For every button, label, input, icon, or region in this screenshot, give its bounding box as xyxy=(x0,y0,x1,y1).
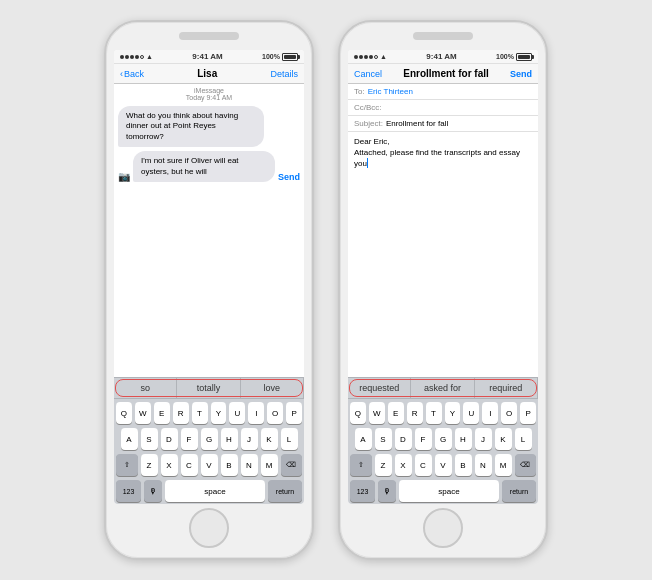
key-row-1: Q W E R T Y U I O P xyxy=(116,402,302,424)
key-s[interactable]: S xyxy=(141,428,158,450)
dot4 xyxy=(135,55,139,59)
key-n[interactable]: N xyxy=(241,454,258,476)
imessage-nav: ‹ Back Lisa Details xyxy=(114,64,304,84)
key-i-2[interactable]: I xyxy=(482,402,498,424)
mail-body[interactable]: Dear Eric,Attached, please find the tran… xyxy=(348,132,538,377)
key-row-2: A S D F G H J K L xyxy=(116,428,302,450)
shift-key-2[interactable]: ⇧ xyxy=(350,454,372,476)
key-x-2[interactable]: X xyxy=(395,454,412,476)
space-key-2[interactable]: space xyxy=(399,480,499,502)
dot3 xyxy=(130,55,134,59)
key-b-2[interactable]: B xyxy=(455,454,472,476)
wifi-icon: ▲ xyxy=(146,53,153,60)
delete-key-2[interactable]: ⌫ xyxy=(515,454,537,476)
key-m[interactable]: M xyxy=(261,454,278,476)
pred-item-2[interactable]: totally xyxy=(177,378,240,398)
typing-row: 📷 I'm not sure if Oliver will eat oyster… xyxy=(118,151,300,182)
send-button-1[interactable]: Send xyxy=(278,172,300,182)
key-e-2[interactable]: E xyxy=(388,402,404,424)
key-z-2[interactable]: Z xyxy=(375,454,392,476)
space-key-1[interactable]: space xyxy=(165,480,265,502)
num-key-1[interactable]: 123 xyxy=(116,480,141,502)
mic-key-2[interactable]: 🎙 xyxy=(378,480,396,502)
dot1-2 xyxy=(354,55,358,59)
key-k[interactable]: K xyxy=(261,428,278,450)
key-n-2[interactable]: N xyxy=(475,454,492,476)
key-s-2[interactable]: S xyxy=(375,428,392,450)
key-y-2[interactable]: Y xyxy=(445,402,461,424)
key-y[interactable]: Y xyxy=(211,402,227,424)
status-bar-2: ▲ 9:41 AM 100% xyxy=(348,50,538,64)
key-a-2[interactable]: A xyxy=(355,428,372,450)
key-t-2[interactable]: T xyxy=(426,402,442,424)
key-g[interactable]: G xyxy=(201,428,218,450)
key-l[interactable]: L xyxy=(281,428,298,450)
key-j-2[interactable]: J xyxy=(475,428,492,450)
typing-bubble[interactable]: I'm not sure if Oliver will eat oysters,… xyxy=(133,151,275,182)
key-j[interactable]: J xyxy=(241,428,258,450)
key-l-2[interactable]: L xyxy=(515,428,532,450)
key-o[interactable]: O xyxy=(267,402,283,424)
details-button[interactable]: Details xyxy=(270,69,298,79)
status-right-1: 100% xyxy=(262,53,298,61)
return-key-1[interactable]: return xyxy=(268,480,302,502)
key-v-2[interactable]: V xyxy=(435,454,452,476)
key-w[interactable]: W xyxy=(135,402,151,424)
key-c-2[interactable]: C xyxy=(415,454,432,476)
pred-item-5[interactable]: asked for xyxy=(411,378,474,398)
delete-key-1[interactable]: ⌫ xyxy=(281,454,303,476)
key-o-2[interactable]: O xyxy=(501,402,517,424)
mic-key-1[interactable]: 🎙 xyxy=(144,480,162,502)
back-button[interactable]: ‹ Back xyxy=(120,69,144,79)
to-field[interactable]: To: Eric Thirteen xyxy=(348,84,538,100)
key-v[interactable]: V xyxy=(201,454,218,476)
key-d[interactable]: D xyxy=(161,428,178,450)
key-g-2[interactable]: G xyxy=(435,428,452,450)
key-row-3: ⇧ Z X C V B N M ⌫ xyxy=(116,454,302,476)
send-button-2[interactable]: Send xyxy=(510,69,532,79)
key-k-2[interactable]: K xyxy=(495,428,512,450)
predictive-bar-2: requested asked for required xyxy=(348,377,538,399)
key-q[interactable]: Q xyxy=(116,402,132,424)
subject-field[interactable]: Subject: Enrollment for fall xyxy=(348,116,538,132)
key-z[interactable]: Z xyxy=(141,454,158,476)
key-d-2[interactable]: D xyxy=(395,428,412,450)
key-p[interactable]: P xyxy=(286,402,302,424)
pred-item-6[interactable]: required xyxy=(475,378,538,398)
key-c[interactable]: C xyxy=(181,454,198,476)
key-w-2[interactable]: W xyxy=(369,402,385,424)
key-h[interactable]: H xyxy=(221,428,238,450)
key-r-2[interactable]: R xyxy=(407,402,423,424)
pred-item-1[interactable]: so xyxy=(114,378,177,398)
pred-item-4[interactable]: requested xyxy=(348,378,411,398)
key-f-2[interactable]: F xyxy=(415,428,432,450)
key-e[interactable]: E xyxy=(154,402,170,424)
battery-fill-2 xyxy=(518,55,530,59)
key-a[interactable]: A xyxy=(121,428,138,450)
chevron-left-icon: ‹ xyxy=(120,69,123,79)
shift-key-1[interactable]: ⇧ xyxy=(116,454,138,476)
predictive-bar-1: so totally love xyxy=(114,377,304,399)
nav-title-1: Lisa xyxy=(197,68,217,79)
key-m-2[interactable]: M xyxy=(495,454,512,476)
camera-icon[interactable]: 📷 xyxy=(118,171,130,182)
status-bar-1: ▲ 9:41 AM 100% xyxy=(114,50,304,64)
key-f[interactable]: F xyxy=(181,428,198,450)
key-r[interactable]: R xyxy=(173,402,189,424)
key-p-2[interactable]: P xyxy=(520,402,536,424)
cc-field[interactable]: Cc/Bcc: xyxy=(348,100,538,116)
cancel-button[interactable]: Cancel xyxy=(354,69,382,79)
key-u-2[interactable]: U xyxy=(463,402,479,424)
key-u[interactable]: U xyxy=(229,402,245,424)
return-key-2[interactable]: return xyxy=(502,480,536,502)
key-q-2[interactable]: Q xyxy=(350,402,366,424)
pred-item-3[interactable]: love xyxy=(241,378,304,398)
mail-screen: ▲ 9:41 AM 100% Cancel Enrollment for fal… xyxy=(348,50,538,504)
battery-icon-2 xyxy=(516,53,532,61)
key-h-2[interactable]: H xyxy=(455,428,472,450)
key-t[interactable]: T xyxy=(192,402,208,424)
key-i[interactable]: I xyxy=(248,402,264,424)
key-x[interactable]: X xyxy=(161,454,178,476)
key-b[interactable]: B xyxy=(221,454,238,476)
num-key-2[interactable]: 123 xyxy=(350,480,375,502)
